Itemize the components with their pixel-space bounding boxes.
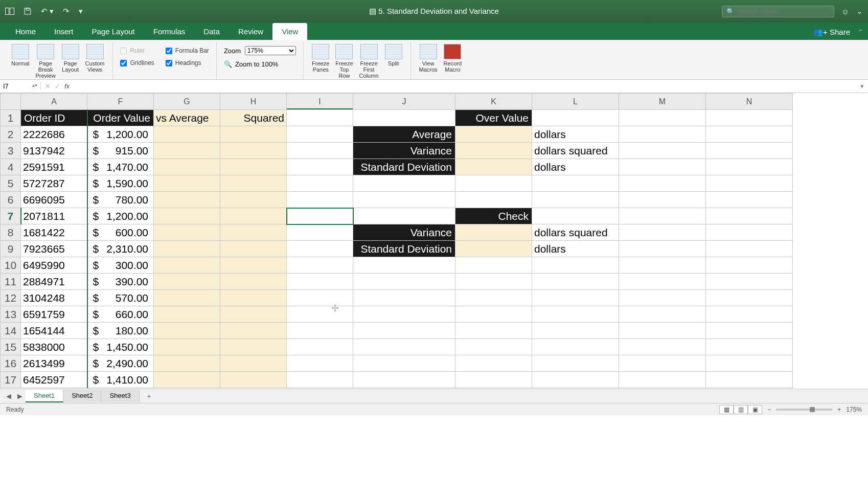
formula-input[interactable] (74, 82, 856, 90)
col-header-K[interactable]: K (455, 94, 532, 110)
row-header-15[interactable]: 15 (1, 339, 21, 355)
cell[interactable] (532, 208, 619, 224)
active-cell[interactable] (287, 208, 353, 224)
tab-review[interactable]: Review (229, 23, 272, 40)
sheet-tab-sheet3[interactable]: Sheet3 (101, 390, 139, 402)
collapse-ribbon-icon[interactable]: ˆ (859, 28, 862, 37)
order-value-cell[interactable]: $180.00 (87, 323, 154, 339)
header-cell[interactable]: Squared (220, 110, 287, 126)
order-id-cell[interactable]: 2884971 (21, 274, 87, 290)
header-cell[interactable]: Order ID (21, 110, 87, 126)
view-normal-icon[interactable]: ▦ (719, 405, 734, 414)
cell[interactable] (619, 306, 706, 323)
order-id-cell[interactable]: 2613499 (21, 355, 87, 372)
cell[interactable] (706, 110, 793, 126)
cell[interactable] (706, 175, 793, 192)
stat-label[interactable]: Standard Deviation (353, 159, 455, 175)
formula-bar-checkbox[interactable]: Formula Bar (166, 46, 209, 55)
freeze-first-column-button[interactable]: FreezeFirstColumn (356, 43, 382, 80)
cell[interactable] (353, 355, 455, 372)
cell[interactable] (287, 355, 353, 372)
col-header-M[interactable]: M (619, 94, 706, 110)
calc-cell[interactable] (154, 126, 220, 143)
cell[interactable] (619, 257, 706, 274)
order-id-cell[interactable]: 9137942 (21, 143, 87, 159)
cell[interactable] (287, 257, 353, 274)
calc-cell[interactable] (220, 355, 287, 372)
cell[interactable] (706, 143, 793, 159)
calc-cell[interactable] (220, 192, 287, 208)
cell[interactable] (353, 306, 455, 323)
calc-cell[interactable] (220, 159, 287, 175)
order-value-cell[interactable]: $915.00 (87, 143, 154, 159)
stat-unit[interactable]: dollars squared (532, 143, 619, 159)
cell[interactable] (287, 339, 353, 355)
row-header-3[interactable]: 3 (1, 143, 21, 159)
calc-cell[interactable] (154, 274, 220, 290)
cell[interactable] (287, 224, 353, 241)
calc-cell[interactable] (220, 306, 287, 323)
calc-cell[interactable] (154, 175, 220, 192)
cell[interactable] (706, 159, 793, 175)
row-header-17[interactable]: 17 (1, 372, 21, 388)
calc-cell[interactable] (154, 257, 220, 274)
record-macro-button[interactable]: RecordMacro (441, 43, 465, 74)
cell[interactable] (619, 241, 706, 257)
cell[interactable] (706, 208, 793, 224)
order-value-cell[interactable]: $570.00 (87, 290, 154, 306)
calc-cell[interactable] (220, 224, 287, 241)
zoom-select[interactable]: 175% (245, 46, 296, 55)
cell[interactable] (287, 159, 353, 175)
order-value-cell[interactable]: $300.00 (87, 257, 154, 274)
cell[interactable] (706, 339, 793, 355)
cell[interactable] (532, 257, 619, 274)
freeze-panes-button[interactable]: FreezePanes (309, 43, 332, 74)
formula-expand-icon[interactable]: ▾ (856, 82, 868, 90)
freeze-top-row-button[interactable]: FreezeTopRow (332, 43, 356, 80)
sheet-nav-prev[interactable]: ◀ (3, 392, 14, 400)
check-header[interactable]: Check (455, 208, 532, 224)
calc-cell[interactable] (154, 339, 220, 355)
page-break-preview-button[interactable]: PageBreakPreview (32, 43, 58, 80)
row-header-7[interactable]: 7 (1, 208, 21, 224)
zoom-slider[interactable] (776, 409, 832, 411)
search-field[interactable] (738, 8, 830, 15)
stat-unit[interactable]: dollars (532, 241, 619, 257)
cell[interactable] (353, 323, 455, 339)
cell[interactable] (287, 323, 353, 339)
add-sheet-button[interactable]: ＋ (140, 390, 158, 403)
cell[interactable] (287, 175, 353, 192)
calc-cell[interactable] (154, 208, 220, 224)
save-icon[interactable] (24, 7, 32, 15)
search-input[interactable]: 🔍 (722, 6, 834, 17)
cell[interactable] (706, 323, 793, 339)
order-id-cell[interactable]: 3104248 (21, 290, 87, 306)
cell[interactable] (455, 274, 532, 290)
ruler-checkbox[interactable]: Ruler (120, 46, 154, 55)
cell[interactable] (532, 274, 619, 290)
calc-cell[interactable] (220, 143, 287, 159)
cell[interactable] (353, 274, 455, 290)
cell[interactable] (619, 323, 706, 339)
cell[interactable] (706, 192, 793, 208)
cell[interactable] (706, 224, 793, 241)
cell[interactable] (287, 126, 353, 143)
row-header-9[interactable]: 9 (1, 241, 21, 257)
cell[interactable] (353, 192, 455, 208)
cell[interactable] (619, 126, 706, 143)
view-break-icon[interactable]: ▣ (748, 405, 762, 414)
cell[interactable] (706, 257, 793, 274)
cell[interactable] (532, 290, 619, 306)
chevron-down-icon[interactable]: ⌄ (856, 7, 863, 16)
calc-cell[interactable] (220, 126, 287, 143)
calc-cell[interactable] (154, 143, 220, 159)
cell[interactable] (455, 257, 532, 274)
zoom-to-100-button[interactable]: 🔍 Zoom to 100% (224, 60, 296, 68)
stat-unit[interactable]: dollars (532, 126, 619, 143)
header-cell[interactable]: Over Value (455, 110, 532, 126)
order-id-cell[interactable]: 5838000 (21, 339, 87, 355)
calc-cell[interactable] (220, 257, 287, 274)
col-header-H[interactable]: H (220, 94, 287, 110)
col-header-G[interactable]: G (154, 94, 220, 110)
order-id-cell[interactable]: 6696095 (21, 192, 87, 208)
